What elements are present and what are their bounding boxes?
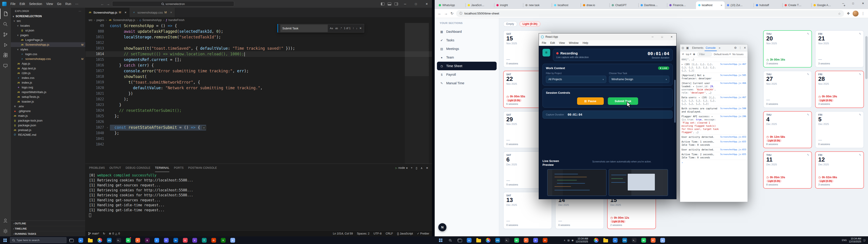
- address-bar[interactable]: localhost:5500/time-sheet: [456, 10, 844, 17]
- browser-tab[interactable]: Create T…: [782, 1, 811, 9]
- source-link[interactable]: ScreenshotApp.js:466: [720, 82, 746, 94]
- tree-item[interactable]: JSScreenshotApp.jsM: [11, 42, 85, 47]
- tree-item[interactable]: JSi18n.js: [11, 71, 85, 75]
- code-line[interactable]: 1018 showToast(: [86, 74, 432, 80]
- taskbar-app-icon[interactable]: V: [190, 236, 199, 244]
- breadcrumb-item[interactable]: ◇ScreenshotApp: [139, 19, 162, 22]
- timesheet-day-card[interactable]: FRI28Nov 20250h 00m 19sLight (0-3h)3 ses…: [815, 71, 864, 108]
- panel-tab[interactable]: DEBUG CONSOLE: [126, 164, 151, 172]
- tree-item[interactable]: JStoaster.js: [11, 99, 85, 104]
- browser-tab[interactable]: hubstaff: [754, 1, 782, 9]
- taskbar-app-icon[interactable]: W: [123, 236, 133, 244]
- breadcrumb-item[interactable]: src: [89, 19, 92, 22]
- code-line[interactable]: 1016 } catch (err) {: [86, 63, 432, 68]
- code-line[interactable]: 1011 localStorage.removeItem("selectedTa…: [86, 34, 432, 40]
- whole-word-icon[interactable]: [335, 26, 338, 31]
- taskbar-app-icon[interactable]: A: [228, 236, 237, 244]
- source-link[interactable]: ScreenshotApp.js:653: [720, 148, 746, 151]
- console-prompt[interactable]: ›: [680, 160, 747, 165]
- status-item[interactable]: Ln 1014, Col 59: [333, 232, 353, 235]
- breadcrumb-item[interactable]: JSScreenshotApp.js: [108, 19, 135, 22]
- taskbar-app-icon[interactable]: [455, 236, 464, 244]
- tree-item[interactable]: JSApp.test.js: [11, 66, 85, 71]
- console-entry[interactable]: Both screens are captured and displayed.…: [680, 106, 747, 114]
- maximize-button[interactable]: [848, 0, 858, 7]
- taskbar-app-icon[interactable]: [601, 236, 610, 244]
- timesheet-day-card[interactable]: THU20Nov 20253h 00m 16s3 sessions✎: [763, 30, 812, 67]
- edit-icon[interactable]: ✎: [807, 113, 809, 116]
- site-info-icon[interactable]: [459, 11, 462, 16]
- browser-tab[interactable]: insight: [494, 1, 523, 9]
- taskbar-app-icon[interactable]: e: [464, 236, 474, 244]
- console-entry[interactable]: User activity detected.ScreenshotApp.js:…: [680, 147, 747, 152]
- breadcrumb-item[interactable]: pages: [96, 19, 104, 22]
- browser-tab[interactable]: draw.io: [581, 1, 610, 9]
- clear-console-icon[interactable]: [682, 53, 684, 56]
- code-line[interactable]: 1020 defaultValue: "Network error submit…: [86, 85, 432, 91]
- taskbar-app-icon[interactable]: P: [648, 236, 658, 244]
- sidebar-item-dashboard[interactable]: ▦Dashboard: [437, 27, 497, 36]
- browser-menu-icon[interactable]: [861, 11, 865, 16]
- problems-status[interactable]: ⊗ 0 △ 0: [109, 232, 120, 235]
- taskbar-app-icon[interactable]: X: [218, 236, 228, 244]
- menu-item[interactable]: ···: [73, 0, 81, 8]
- close-button[interactable]: [667, 33, 676, 40]
- sidebar-section[interactable]: OUTLINE: [11, 221, 85, 226]
- devtools-tab-elements[interactable]: Elements: [691, 44, 705, 51]
- code-line[interactable]: 1041: [86, 136, 432, 142]
- toggle-panel-icon[interactable]: [388, 2, 391, 5]
- tree-item[interactable]: #login.css: [11, 52, 85, 57]
- status-item[interactable]: {} JavaScript: [397, 232, 413, 235]
- taskbar-app-icon[interactable]: [445, 236, 455, 244]
- forward-icon[interactable]: [444, 11, 448, 16]
- taskbar-app-icon[interactable]: VS: [620, 236, 629, 244]
- taskbar-app-icon[interactable]: VS: [493, 236, 502, 244]
- menu-item[interactable]: Edit: [18, 0, 27, 8]
- profile-avatar[interactable]: [852, 11, 859, 17]
- code-line[interactable]: 888 await updateTaskFlagged(selectedTask…: [86, 29, 432, 34]
- taskbar-app-icon[interactable]: [436, 236, 445, 244]
- status-item[interactable]: UTF-8: [373, 232, 381, 235]
- maximize-button[interactable]: [411, 0, 421, 8]
- menu-item[interactable]: Edit: [548, 41, 557, 44]
- sidebar-section[interactable]: RUNNING TASKS: [11, 231, 85, 236]
- close-panel-icon[interactable]: [426, 166, 428, 170]
- edit-icon[interactable]: ✎: [859, 73, 861, 76]
- panel-maximize-icon[interactable]: [421, 166, 423, 170]
- edit-icon[interactable]: ✎: [859, 32, 861, 35]
- taskbar-app-icon[interactable]: O: [540, 236, 550, 244]
- taskbar-app-icon[interactable]: T: [199, 236, 209, 244]
- device-toolbar-icon[interactable]: ▣: [686, 46, 689, 50]
- menu-item[interactable]: Go: [55, 0, 63, 8]
- status-item[interactable]: CRLF: [385, 232, 393, 235]
- source-link[interactable]: ScreenshotApp.js:655: [720, 153, 746, 159]
- timesheet-day-card[interactable]: THU11Dec 20250h 05m 10sLight (0-3h)8 ses…: [763, 151, 812, 189]
- sidebar-item-payroll[interactable]: $Payroll: [437, 70, 497, 79]
- code-line[interactable]: 1021 }): [86, 91, 432, 96]
- status-item[interactable]: ✓ Prettier: [417, 232, 429, 235]
- pause-button[interactable]: Pause: [577, 97, 604, 105]
- clock[interactable]: 10:34 AM 12/15/2025: [576, 237, 588, 243]
- taskbar-app-icon[interactable]: in: [171, 236, 180, 244]
- code-line[interactable]: 1042: [86, 142, 432, 147]
- task-select[interactable]: Wireframe Design: [609, 76, 669, 83]
- browser-tab[interactable]: Dashboa…: [638, 1, 667, 9]
- sidebar-section[interactable]: TIMELINE: [11, 226, 85, 231]
- source-link[interactable]: ScreenshotApp.js:655: [720, 140, 746, 146]
- code-line[interactable]: 49const ScreenshotApp = () => {: [86, 23, 432, 29]
- taskbar-app-icon[interactable]: >_: [114, 236, 123, 244]
- browser-tab[interactable]: JavaScri…: [465, 1, 494, 9]
- console-entry[interactable]: [Approval] Not a freelancer: developerSc…: [680, 73, 747, 81]
- console-entry[interactable]: 000]", …}: [680, 57, 747, 62]
- tree-item[interactable]: ∨pages: [11, 33, 85, 37]
- timesheet-day-card[interactable]: FRI21Nov 2025—3 sessions✎: [815, 30, 864, 67]
- toggle-secondary-sidebar-icon[interactable]: [395, 2, 398, 5]
- close-tab-icon[interactable]: [721, 4, 722, 6]
- console-entry[interactable]: [Users] Current user loaded: ▸ {user_id:…: [680, 81, 747, 95]
- run-debug-icon[interactable]: [0, 40, 11, 50]
- settings-gear-icon[interactable]: [734, 46, 737, 50]
- taskbar-app-icon[interactable]: [86, 236, 95, 244]
- tree-item[interactable]: #index.css: [11, 75, 85, 80]
- project-select[interactable]: All Projects: [546, 76, 606, 83]
- log-levels-select[interactable]: Default levels: [714, 53, 731, 56]
